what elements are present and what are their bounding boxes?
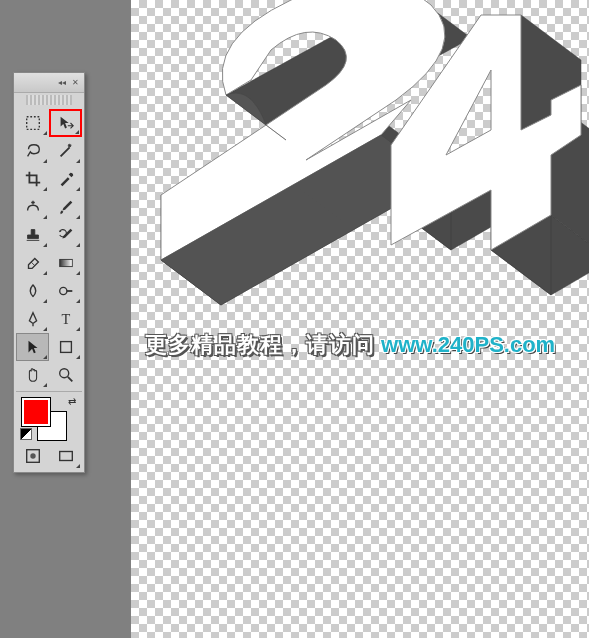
- flyout-indicator: [43, 187, 47, 191]
- marquee-tool[interactable]: [16, 109, 49, 137]
- pathselect-icon: [24, 338, 42, 356]
- shape-icon: [57, 338, 75, 356]
- history-brush-tool[interactable]: [49, 221, 82, 249]
- crop-icon: [24, 170, 42, 188]
- shape-tool[interactable]: [49, 333, 82, 361]
- flyout-indicator: [43, 355, 47, 359]
- lasso-icon: [24, 142, 42, 160]
- flyout-indicator: [76, 215, 80, 219]
- flyout-indicator: [76, 327, 80, 331]
- flyout-indicator: [76, 355, 80, 359]
- canvas-area[interactable]: [131, 0, 589, 638]
- dodge-icon: [57, 282, 75, 300]
- flyout-indicator: [76, 243, 80, 247]
- flyout-indicator: [76, 271, 80, 275]
- svg-rect-0: [26, 117, 39, 130]
- tools-grid: T ⇄: [14, 107, 84, 472]
- flyout-indicator: [43, 299, 47, 303]
- magic-wand-tool[interactable]: [49, 137, 82, 165]
- healing-brush-tool[interactable]: [16, 193, 49, 221]
- flyout-indicator: [75, 130, 79, 134]
- lasso-tool[interactable]: [16, 137, 49, 165]
- path-select-tool[interactable]: [16, 333, 49, 361]
- svg-rect-8: [59, 452, 72, 461]
- brush-icon: [57, 198, 75, 216]
- flyout-indicator: [43, 327, 47, 331]
- eyedropper-icon: [57, 170, 75, 188]
- panel-grip[interactable]: [26, 95, 72, 105]
- flyout-indicator: [76, 187, 80, 191]
- svg-rect-4: [60, 342, 71, 353]
- foreground-color[interactable]: [22, 398, 50, 426]
- watermark-text: 更多精品教程，请访问 www.240PS.com: [131, 330, 589, 360]
- dodge-tool[interactable]: [49, 277, 82, 305]
- eraser-icon: [24, 254, 42, 272]
- standard-mode[interactable]: [16, 442, 49, 470]
- stamp-tool[interactable]: [16, 221, 49, 249]
- wand-icon: [57, 142, 75, 160]
- healing-icon: [24, 198, 42, 216]
- pen-icon: [24, 310, 42, 328]
- default-colors-icon[interactable]: [20, 428, 32, 440]
- screen-mode[interactable]: [49, 442, 82, 470]
- flyout-indicator: [76, 464, 80, 468]
- pen-tool[interactable]: [16, 305, 49, 333]
- watermark-url: www.240PS.com: [375, 332, 555, 357]
- marquee-icon: [24, 114, 42, 132]
- swap-colors-icon[interactable]: ⇄: [68, 396, 76, 407]
- collapse-icon[interactable]: ◂◂: [57, 78, 67, 88]
- watermark-cn: 更多精品教程，请访问: [145, 332, 375, 357]
- flyout-indicator: [76, 299, 80, 303]
- svg-text:T: T: [61, 311, 70, 327]
- flyout-indicator: [43, 383, 47, 387]
- standard-mode-icon: [24, 447, 42, 465]
- blur-icon: [24, 282, 42, 300]
- crop-tool[interactable]: [16, 165, 49, 193]
- type-tool[interactable]: T: [49, 305, 82, 333]
- flyout-indicator: [43, 159, 47, 163]
- eyedropper-tool[interactable]: [49, 165, 82, 193]
- close-panel-icon[interactable]: ✕: [70, 78, 80, 88]
- svg-point-2: [59, 287, 66, 294]
- blur-tool[interactable]: [16, 277, 49, 305]
- zoom-tool[interactable]: [49, 361, 82, 389]
- history-icon: [57, 226, 75, 244]
- flyout-indicator: [43, 131, 47, 135]
- flyout-indicator: [43, 243, 47, 247]
- flyout-indicator: [43, 215, 47, 219]
- flyout-indicator: [43, 271, 47, 275]
- color-swatches: ⇄: [16, 394, 82, 442]
- brush-tool[interactable]: [49, 193, 82, 221]
- gradient-tool[interactable]: [49, 249, 82, 277]
- zoom-icon: [57, 366, 75, 384]
- eraser-tool[interactable]: [16, 249, 49, 277]
- hand-tool[interactable]: [16, 361, 49, 389]
- tools-panel: ◂◂ ✕: [13, 72, 85, 473]
- svg-point-5: [59, 369, 68, 378]
- gradient-icon: [57, 254, 75, 272]
- move-tool[interactable]: [49, 109, 82, 137]
- stamp-icon: [24, 226, 42, 244]
- type-icon: T: [57, 310, 75, 328]
- panel-header: ◂◂ ✕: [14, 73, 84, 93]
- flyout-indicator: [76, 159, 80, 163]
- hand-icon: [24, 366, 42, 384]
- move-icon: [57, 114, 75, 132]
- screen-mode-icon: [57, 447, 75, 465]
- svg-rect-1: [59, 259, 72, 266]
- svg-point-7: [30, 453, 35, 458]
- divider: [16, 391, 82, 392]
